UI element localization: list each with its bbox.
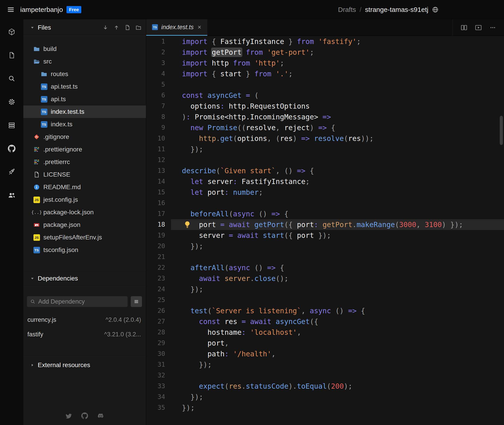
- code-line-19[interactable]: 19 server = await start({ port });: [146, 230, 504, 241]
- codesandbox-logo-icon[interactable]: [8, 28, 15, 36]
- sidebar-item-setupFilesAfterEnv.js[interactable]: JSsetupFilesAfterEnv.js: [23, 231, 146, 244]
- sidebar-item-src[interactable]: src: [23, 55, 146, 68]
- code-line-content: import http from 'http';: [171, 58, 504, 68]
- close-icon[interactable]: [197, 25, 202, 30]
- dependency-list-button[interactable]: [131, 296, 142, 307]
- breadcrumb-separator: /: [360, 6, 361, 13]
- code-line-25[interactable]: 25: [146, 295, 504, 305]
- twitter-icon[interactable]: [65, 412, 72, 419]
- code-line-1[interactable]: 1import { FastifyInstance } from 'fastif…: [146, 36, 504, 47]
- code-line-18[interactable]: 18 port = await getPort({ port: getPort.…: [146, 219, 504, 230]
- code-line-10[interactable]: 10 http.get(options, (res) => resolve(re…: [146, 133, 504, 144]
- sidebar-item-README.md[interactable]: README.md: [23, 181, 146, 193]
- sidebar-item-build[interactable]: build: [23, 43, 146, 55]
- add-dependency-input[interactable]: [38, 298, 124, 305]
- file-explorer-icon[interactable]: [8, 51, 15, 59]
- code-line-7[interactable]: 7 options: http.RequestOptions: [146, 101, 504, 112]
- code-line-content: let port: number;: [171, 187, 504, 198]
- sidebar-item-LICENSE[interactable]: LICENSE: [23, 168, 146, 181]
- github-icon[interactable]: [8, 145, 15, 152]
- sidebar-item-package.json[interactable]: package.json: [23, 219, 146, 231]
- line-number: 20: [146, 241, 171, 252]
- dependency-name: currency.js: [27, 316, 56, 323]
- sidebar-item-api.test.ts[interactable]: TSapi.test.ts: [23, 80, 146, 93]
- dependency-item[interactable]: currency.js^2.0.4 (2.0.4): [23, 312, 146, 327]
- sidebar-item-index.ts[interactable]: TSindex.ts: [23, 118, 146, 131]
- live-collaboration-users-icon[interactable]: [8, 191, 15, 199]
- code-line-5[interactable]: 5: [146, 79, 504, 90]
- search-icon[interactable]: [8, 75, 15, 82]
- chevron-down-icon[interactable]: [30, 25, 34, 30]
- sidebar-item-.gitignore[interactable]: .gitignore: [23, 131, 146, 143]
- sandbox-title[interactable]: strange-tamas-s91etj: [365, 6, 428, 13]
- code-line-33[interactable]: 33 expect(res.statusCode).toEqual(200);: [146, 381, 504, 392]
- sidebar-item-index.test.ts[interactable]: TSindex.test.ts: [23, 106, 146, 118]
- split-view-icon[interactable]: [460, 24, 468, 31]
- dependencies-header[interactable]: Dependencies: [23, 270, 146, 287]
- code-line-27[interactable]: 27 const res = await asyncGet({: [146, 316, 504, 327]
- sidebar-item-.prettierignore[interactable]: .prettierignore: [23, 143, 146, 156]
- sidebar-item-routes[interactable]: routes: [23, 68, 146, 80]
- code-line-8[interactable]: 8): Promise<http.IncomingMessage> =>: [146, 112, 504, 122]
- code-line-35[interactable]: 35});: [146, 402, 504, 413]
- line-number: 23: [146, 273, 171, 284]
- code-line-14[interactable]: 14 let server: FastifyInstance;: [146, 176, 504, 187]
- tab-index-test-ts[interactable]: TS index.test.ts: [146, 19, 207, 36]
- code-line-17[interactable]: 17 beforeAll(async () => {: [146, 208, 504, 219]
- open-preview-icon[interactable]: [475, 24, 482, 31]
- github-icon[interactable]: [81, 412, 88, 419]
- code-line-content: port,: [171, 338, 504, 348]
- typescript-icon: TS: [41, 83, 48, 90]
- settings-gear-icon[interactable]: [8, 98, 15, 106]
- sidebar-item-api.ts[interactable]: TSapi.ts: [23, 93, 146, 106]
- folder-icon: [33, 46, 40, 52]
- upload-icon[interactable]: [113, 25, 119, 31]
- code-line-29[interactable]: 29 port,: [146, 338, 504, 348]
- code-line-28[interactable]: 28 hostname: 'localhost',: [146, 327, 504, 338]
- new-file-icon[interactable]: [124, 25, 130, 31]
- code-line-4[interactable]: 4import { start } from '.';: [146, 68, 504, 79]
- code-line-20[interactable]: 20 });: [146, 241, 504, 252]
- code-line-15[interactable]: 15 let port: number;: [146, 187, 504, 198]
- editor-scrollbar-thumb[interactable]: [500, 116, 503, 145]
- menu-icon[interactable]: [7, 6, 15, 13]
- code-line-21[interactable]: 21: [146, 252, 504, 262]
- code-line-2[interactable]: 2import getPort from 'get-port';: [146, 47, 504, 58]
- lightbulb-icon[interactable]: [183, 220, 191, 229]
- code-line-22[interactable]: 22 afterAll(async () => {: [146, 262, 504, 273]
- code-line-13[interactable]: 13describe(`Given start`, () => {: [146, 165, 504, 176]
- sidebar-item-jest.config.js[interactable]: JSjest.config.js: [23, 193, 146, 206]
- dependency-item[interactable]: fastify^3.21.0 (3.2...: [23, 327, 146, 342]
- deployment-rocket-icon[interactable]: [8, 168, 15, 176]
- sidebar-item-tsconfig.json[interactable]: TStsconfig.json: [23, 244, 146, 256]
- code-line-23[interactable]: 23 await server.close();: [146, 273, 504, 284]
- external-resources-header[interactable]: External resources: [23, 357, 146, 373]
- code-line-6[interactable]: 6const asyncGet = (: [146, 90, 504, 101]
- code-line-34[interactable]: 34 });: [146, 392, 504, 402]
- breadcrumb-drafts[interactable]: Drafts: [338, 6, 356, 13]
- code-line-16[interactable]: 16: [146, 198, 504, 208]
- more-options-icon[interactable]: [489, 24, 496, 31]
- code-line-24[interactable]: 24 });: [146, 284, 504, 295]
- code-line-3[interactable]: 3import http from 'http';: [146, 58, 504, 68]
- server-tests-icon[interactable]: [8, 121, 15, 129]
- username[interactable]: iampeterbanjo: [20, 6, 63, 13]
- code-line-12[interactable]: 12: [146, 155, 504, 165]
- line-number: 11: [146, 144, 171, 155]
- code-line-31[interactable]: 31 });: [146, 359, 504, 370]
- code-text: const res = await asyncGet({: [171, 316, 504, 327]
- code-line-11[interactable]: 11 });: [146, 144, 504, 155]
- sidebar-item-.prettierrc[interactable]: .prettierrc: [23, 156, 146, 168]
- sidebar-item-package-lock.json[interactable]: {..}package-lock.json: [23, 206, 146, 219]
- line-number: 27: [146, 316, 171, 327]
- code-line-9[interactable]: 9 new Promise((resolve, reject) => {: [146, 122, 504, 133]
- discord-icon[interactable]: [97, 412, 104, 419]
- new-folder-icon[interactable]: [136, 25, 142, 31]
- code-line-content: });: [171, 284, 504, 295]
- download-icon[interactable]: [102, 25, 109, 31]
- code-line-26[interactable]: 26 test(`Server is listening`, async () …: [146, 305, 504, 316]
- file-label: tsconfig.json: [43, 246, 78, 253]
- code-line-32[interactable]: 32: [146, 370, 504, 381]
- code-line-30[interactable]: 30 path: '/health',: [146, 348, 504, 359]
- chevron-down-icon: [30, 276, 34, 281]
